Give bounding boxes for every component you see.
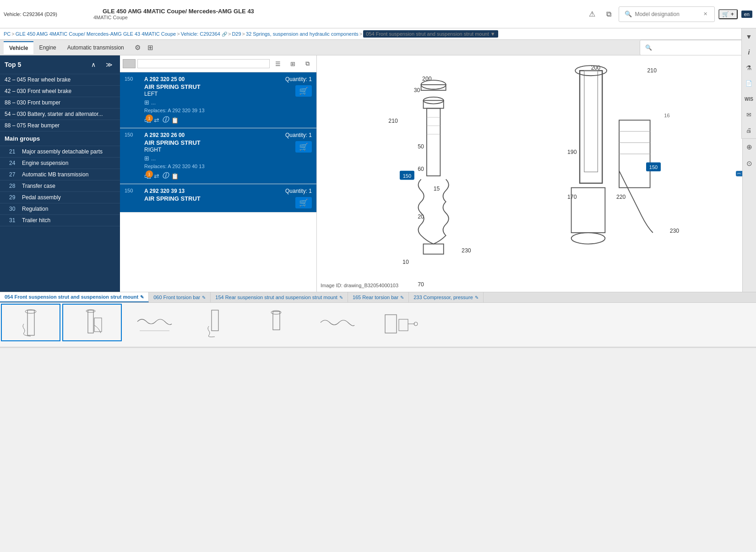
sidebar-collapse-icon[interactable]: ∧ <box>87 58 100 71</box>
svg-rect-45 <box>212 310 218 331</box>
svg-rect-24 <box>580 71 602 183</box>
part-2-info-icon[interactable]: ⓘ <box>162 172 169 180</box>
part-1-number: A 292 320 25 00 <box>144 76 205 82</box>
svg-text:210: 210 <box>647 67 657 74</box>
sidebar-item-31[interactable]: 31 Trailer hitch <box>0 215 120 226</box>
copy-icon[interactable]: ⧉ <box>602 8 615 21</box>
sidebar-item-29[interactable]: 29 Pedal assembly <box>0 192 120 203</box>
toolbar-search: 🔍 ✕ <box>640 40 752 55</box>
thumbnail-054-2[interactable] <box>62 304 122 341</box>
thumbnail-154-2[interactable] <box>246 304 306 341</box>
breadcrumb-model[interactable]: GLE 450 AMG 4MATIC Coupe/ Mercedes-AMG G… <box>16 31 176 37</box>
sidebar-item-28[interactable]: 28 Transfer case <box>0 180 120 192</box>
sidebar-item-30[interactable]: 30 Regulation <box>0 203 120 215</box>
cart-button[interactable]: 🛒 + <box>718 9 737 19</box>
tab-vehicle[interactable]: Vehicle <box>4 41 33 54</box>
grid-dots-icon-1[interactable]: ⊞ <box>144 99 149 106</box>
sidebar-menu-icon[interactable]: ≫ <box>103 58 115 71</box>
thumbnail-165[interactable] <box>308 304 367 341</box>
sidebar-item-27[interactable]: 27 Automatic MB transmission <box>0 169 120 180</box>
toolbar-search-input[interactable] <box>655 45 737 50</box>
breadcrumb-springs[interactable]: 32 Springs, suspension and hydraulic com… <box>246 31 359 37</box>
bottom-tab-233[interactable]: 233 Compressor, pressure ✎ <box>409 292 484 302</box>
warning-icon[interactable]: ⚠ <box>586 8 598 21</box>
layout-icon[interactable]: ⊞ <box>144 41 157 54</box>
part-2-doc-icon[interactable]: 📋 <box>171 173 179 180</box>
breadcrumb-current-dropdown[interactable]: 054 Front suspension strut and suspensio… <box>363 30 498 38</box>
sidebar-item-21[interactable]: 21 Major assembly detachable parts <box>0 146 120 158</box>
main-container: Top 5 ∧ ≫ 42 – 045 Rear wheel brake 42 –… <box>0 55 756 292</box>
thumbnail-233[interactable] <box>369 304 429 341</box>
thumbnail-054-1-img <box>18 308 44 338</box>
thumbnail-060[interactable] <box>124 304 183 341</box>
bottom-tab-060[interactable]: 060 Front torsion bar ✎ <box>149 292 211 302</box>
part-2-name: AIR SPRING STRUT <box>144 139 205 146</box>
part-1-doc-icon[interactable]: 📋 <box>171 117 179 124</box>
sidebar-item-24[interactable]: 24 Engine suspension <box>0 158 120 169</box>
mail-icon[interactable]: ✉ <box>743 108 756 121</box>
diagram-zoom-plus-icon[interactable]: ⊕ <box>743 141 756 153</box>
bottom-tab-054-edit-icon[interactable]: ✎ <box>140 295 144 300</box>
scrollbar[interactable] <box>0 347 756 348</box>
grid-dots-icon-2[interactable]: ⊞ <box>144 155 149 162</box>
thumbnail-154-1-img <box>202 308 228 338</box>
bottom-tab-154[interactable]: 154 Rear suspension strut and suspension… <box>211 292 348 302</box>
breadcrumb: PC > GLE 450 AMG 4MATIC Coupe/ Mercedes-… <box>0 28 756 40</box>
sidebar-top-item-4[interactable]: 54 – 030 Battery, starter and alternator… <box>0 109 120 120</box>
tab-engine[interactable]: Engine <box>33 42 61 54</box>
part-1-add-to-cart[interactable]: 🛒 <box>295 85 312 97</box>
part-1-info-icon[interactable]: ⓘ <box>162 116 169 124</box>
sidebar-top-item-1[interactable]: 42 – 045 Rear wheel brake <box>0 74 120 86</box>
breadcrumb-vehicle[interactable]: Vehicle: C292364 🔗 <box>181 31 227 37</box>
filter-icon[interactable]: ▼ <box>743 30 756 43</box>
toolbar-search-icon[interactable]: 🔍 <box>642 41 655 54</box>
parts-list-color-picker[interactable] <box>123 59 136 68</box>
part-card-2-header: 150 A 292 320 26 00 AIR SPRING STRUT RIG… <box>125 132 312 180</box>
wis-icon[interactable]: WIS <box>743 93 756 105</box>
part-2-swap-icon[interactable]: ⇄ <box>154 172 159 180</box>
bottom-tab-233-edit-icon[interactable]: ✎ <box>475 295 479 300</box>
diagram-svg: 200 30 210 50 60 15 20 230 10 70 <box>317 55 741 292</box>
diagram-zoom-icon[interactable]: ⊙ <box>743 157 756 170</box>
bottom-tab-060-edit-icon[interactable]: ✎ <box>202 295 206 300</box>
tab-automatic-transmission[interactable]: Automatic transmission <box>62 42 130 54</box>
expand-icon[interactable]: ⧉ <box>301 57 314 70</box>
part-card-3: 150 A 292 320 39 13 AIR SPRING STRUT Qua… <box>120 184 316 213</box>
breadcrumb-d29[interactable]: D29 <box>232 31 241 37</box>
sidebar-top-item-2[interactable]: 42 – 030 Front wheel brake <box>0 86 120 97</box>
model-search-input[interactable] <box>635 11 699 17</box>
svg-text:230: 230 <box>462 247 471 254</box>
parts-list: ☰ ⊞ ⧉ 150 A 292 320 25 00 AIR SPRING STR… <box>120 55 317 292</box>
part-2-add-to-cart[interactable]: 🛒 <box>295 141 312 153</box>
sidebar-top-item-3[interactable]: 88 – 030 Front bumper <box>0 97 120 109</box>
list-view-icon[interactable]: ☰ <box>272 57 284 70</box>
doc-icon[interactable]: 📄 <box>743 77 756 90</box>
sidebar-main-items: 21 Major assembly detachable parts 24 En… <box>0 146 120 226</box>
part-2-more: ... <box>151 155 156 162</box>
grid-view-icon[interactable]: ⊞ <box>286 57 299 70</box>
svg-text:170: 170 <box>567 194 577 200</box>
funnel-icon[interactable]: ⚗ <box>743 61 756 74</box>
search-clear-icon[interactable]: ✕ <box>699 8 712 21</box>
bottom-tab-054[interactable]: 054 Front suspension strut and suspensio… <box>0 292 149 302</box>
part-2-sub: RIGHT <box>144 147 205 153</box>
breadcrumb-pc[interactable]: PC <box>4 31 11 37</box>
part-1-swap-icon[interactable]: ⇄ <box>154 116 159 124</box>
bottom-tab-165[interactable]: 165 Rear torsion bar ✎ <box>348 292 409 302</box>
search-icon[interactable]: 🔍 <box>622 8 635 21</box>
settings-icon[interactable]: ⚙ <box>131 41 144 54</box>
sidebar-top-item-5[interactable]: 88 – 075 Rear bumper <box>0 120 120 131</box>
bottom-tab-154-edit-icon[interactable]: ✎ <box>339 295 343 300</box>
info-icon[interactable]: i <box>743 46 756 59</box>
diagram-side-btn[interactable]: ⟨ <box>737 173 741 175</box>
svg-text:60: 60 <box>418 166 424 172</box>
bottom-tab-165-edit-icon[interactable]: ✎ <box>400 295 404 300</box>
sidebar-top-items: 42 – 045 Rear wheel brake 42 – 030 Front… <box>0 74 120 131</box>
thumbnail-154-1[interactable] <box>185 304 245 341</box>
parts-list-search-input[interactable] <box>137 59 270 68</box>
thumbnail-060-img <box>133 308 174 338</box>
diagram-side-panel: ⟨ <box>736 171 742 176</box>
print-icon[interactable]: 🖨 <box>743 124 756 137</box>
thumbnail-054-1[interactable] <box>1 304 60 341</box>
part-3-add-to-cart[interactable]: 🛒 <box>295 197 312 208</box>
